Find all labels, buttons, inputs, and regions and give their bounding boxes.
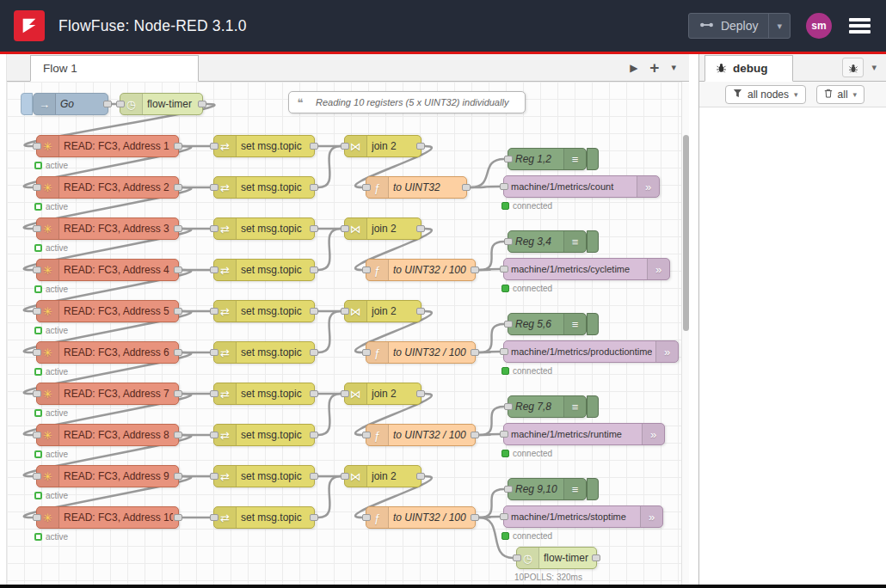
input-port[interactable]	[341, 143, 349, 150]
input-port[interactable]	[341, 390, 349, 397]
node-go[interactable]: →Go	[33, 93, 108, 115]
output-port[interactable]	[310, 266, 318, 273]
debug-toggle-button[interactable]	[587, 313, 599, 335]
node-read7[interactable]: ✳READ: FC3, Address 7	[36, 383, 179, 405]
debug-clear-button[interactable]: all ▾	[816, 85, 865, 104]
input-port[interactable]	[33, 390, 41, 397]
node-set5[interactable]: ⇄set msg.topic	[213, 300, 315, 322]
output-port[interactable]	[174, 143, 182, 150]
node-read3[interactable]: ✳READ: FC3, Address 3	[36, 217, 179, 240]
output-port[interactable]	[310, 514, 318, 521]
deploy-button[interactable]: Deploy ▾	[688, 13, 791, 39]
input-port[interactable]	[341, 308, 349, 315]
input-port[interactable]	[210, 184, 218, 191]
output-port[interactable]	[310, 225, 318, 232]
output-port[interactable]	[471, 349, 479, 356]
output-port[interactable]	[310, 308, 318, 315]
wire[interactable]	[318, 146, 341, 187]
input-port[interactable]	[504, 156, 513, 162]
node-read4[interactable]: ✳READ: FC3, Address 4	[36, 259, 179, 281]
node-mq4[interactable]: »machine/1/metrics/runtime	[503, 423, 665, 445]
node-mq3[interactable]: »machine/1/metrics/productiontime	[503, 340, 679, 363]
wire[interactable]	[318, 229, 341, 270]
input-port[interactable]	[500, 431, 508, 438]
input-port[interactable]	[210, 349, 218, 356]
input-port[interactable]	[500, 183, 508, 190]
add-flow-button[interactable]: +	[643, 58, 665, 77]
input-port[interactable]	[33, 514, 41, 521]
sidebar-resize-gutter[interactable]	[689, 54, 698, 588]
wire[interactable]	[471, 187, 500, 187]
node-mq2[interactable]: »machine/1/metrics/cycletime	[503, 258, 670, 280]
input-port[interactable]	[210, 225, 218, 232]
node-dbg5[interactable]: ≡Reg 9,10	[508, 478, 587, 500]
output-port[interactable]	[174, 266, 182, 273]
output-port[interactable]	[310, 143, 318, 150]
node-join5[interactable]: ⋈join 2	[344, 465, 421, 487]
tab-flow-1[interactable]: Flow 1	[30, 55, 199, 82]
input-port[interactable]	[513, 554, 521, 561]
debug-toggle-button[interactable]	[587, 148, 599, 170]
input-port[interactable]	[362, 184, 371, 191]
output-port[interactable]	[310, 473, 318, 480]
input-port[interactable]	[362, 266, 371, 273]
input-port[interactable]	[33, 349, 41, 356]
output-port[interactable]	[592, 554, 600, 561]
node-func5[interactable]: ƒto UINT32 / 100	[366, 506, 476, 529]
input-port[interactable]	[33, 308, 41, 315]
node-join1[interactable]: ⋈join 2	[344, 135, 421, 157]
wire[interactable]	[479, 269, 500, 270]
node-read9[interactable]: ✳READ: FC3, Address 9	[36, 465, 179, 487]
wire[interactable]	[318, 311, 341, 352]
node-read5[interactable]: ✳READ: FC3, Address 5	[36, 300, 179, 322]
output-port[interactable]	[198, 101, 206, 107]
node-set6[interactable]: ⇄set msg.topic	[213, 341, 315, 364]
node-func1[interactable]: ƒto UINT32	[366, 176, 467, 199]
output-port[interactable]	[174, 349, 182, 356]
node-set4[interactable]: ⇄set msg.topic	[213, 259, 315, 281]
node-func4[interactable]: ƒto UINT32 / 100	[366, 424, 476, 446]
node-read1[interactable]: ✳READ: FC3, Address 1	[36, 135, 179, 157]
canvas-scrollbar[interactable]	[681, 82, 689, 588]
output-port[interactable]	[310, 349, 318, 356]
flow-list-chevron-icon[interactable]: ▾	[665, 62, 682, 73]
output-port[interactable]	[416, 143, 425, 150]
node-dbg1[interactable]: ≡Reg 1,2	[508, 148, 587, 170]
tab-debug[interactable]: debug	[704, 55, 793, 82]
run-flows-icon[interactable]: ▶	[624, 62, 643, 74]
node-read6[interactable]: ✳READ: FC3, Address 6	[36, 341, 179, 364]
output-port[interactable]	[462, 184, 471, 191]
input-port[interactable]	[362, 514, 371, 521]
input-port[interactable]	[33, 184, 41, 191]
output-port[interactable]	[416, 473, 425, 480]
node-set2[interactable]: ⇄set msg.topic	[213, 176, 315, 199]
node-read2[interactable]: ✳READ: FC3, Address 2	[36, 176, 179, 199]
wire[interactable]	[479, 434, 500, 435]
output-port[interactable]	[471, 432, 479, 438]
node-mq5[interactable]: »machine/1/metrics/stoptime	[503, 505, 663, 528]
input-port[interactable]	[33, 473, 41, 480]
output-port[interactable]	[174, 308, 182, 315]
input-port[interactable]	[500, 348, 508, 355]
flow-canvas[interactable]: →Go◷flow-timer❝Reading 10 registers (5 x…	[7, 82, 689, 588]
node-join2[interactable]: ⋈join 2	[344, 217, 421, 240]
output-port[interactable]	[174, 225, 182, 232]
scrollbar-thumb[interactable]	[683, 135, 689, 331]
inject-button[interactable]	[21, 93, 33, 115]
output-port[interactable]	[310, 390, 318, 397]
open-debug-window-button[interactable]	[842, 58, 864, 77]
input-port[interactable]	[210, 143, 218, 150]
input-port[interactable]	[210, 432, 218, 438]
node-set7[interactable]: ⇄set msg.topic	[213, 383, 315, 405]
output-port[interactable]	[174, 390, 182, 397]
output-port[interactable]	[416, 225, 425, 232]
debug-nodes-filter-button[interactable]: all nodes ▾	[725, 85, 806, 104]
input-port[interactable]	[210, 473, 218, 480]
output-port[interactable]	[310, 432, 318, 438]
input-port[interactable]	[210, 266, 218, 273]
node-read10[interactable]: ✳READ: FC3, Address 10	[36, 506, 179, 529]
node-comment1[interactable]: ❝Reading 10 registers (5 x UINT32) indiv…	[288, 91, 526, 113]
node-set1[interactable]: ⇄set msg.topic	[213, 135, 315, 157]
wire[interactable]	[318, 476, 341, 518]
output-port[interactable]	[174, 514, 182, 521]
